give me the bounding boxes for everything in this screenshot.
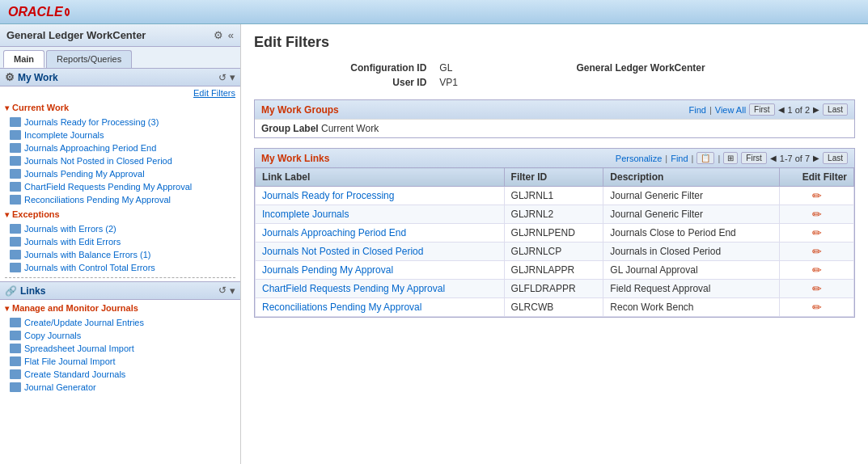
nav-journals-errors-label: Journals with Errors (2)	[24, 224, 116, 234]
nav-reconciliations-label: Reconciliations Pending My Approval	[24, 195, 171, 205]
config-id-desc: General Ledger WorkCenter	[569, 61, 855, 75]
nav-journals-errors[interactable]: Journals with Errors (2)	[6, 222, 240, 235]
settings-icon[interactable]: ⚙	[214, 29, 223, 41]
edit-pencil-icon[interactable]: ✏	[812, 226, 822, 239]
links-section-header: 🔗 Links ↺ ▾	[0, 281, 240, 300]
edit-pencil-icon[interactable]: ✏	[812, 245, 822, 258]
work-groups-view-all-link[interactable]: View All	[715, 105, 746, 115]
work-links-next-icon[interactable]: ▶	[813, 154, 819, 162]
my-work-label: My Work	[18, 72, 58, 83]
cell-link-label[interactable]: Incomplete Journals	[256, 205, 505, 224]
nav-item-icon	[10, 331, 21, 340]
nav-journals-not-posted[interactable]: Journals Not Posted in Closed Period	[6, 154, 240, 167]
left-panel: General Ledger WorkCenter ⚙ « Main Repor…	[0, 24, 241, 464]
nav-incomplete-journals[interactable]: Incomplete Journals	[6, 129, 240, 141]
cell-edit-icon[interactable]: ✏	[780, 224, 854, 243]
manage-monitor-header[interactable]: ▾ Manage and Monitor Journals	[0, 300, 240, 316]
edit-filters-link[interactable]: Edit Filters	[0, 86, 240, 99]
work-links-last-btn[interactable]: Last	[823, 152, 848, 164]
table-row: Incomplete JournalsGLJRNL2Journal Generi…	[256, 205, 854, 224]
my-work-options-icon[interactable]: ▾	[230, 71, 235, 83]
work-links-find-link[interactable]: Find	[671, 154, 688, 163]
page-heading: Edit Filters	[254, 34, 855, 51]
edit-pencil-icon[interactable]: ✏	[812, 264, 822, 276]
col-filter-id: Filter ID	[504, 168, 603, 187]
links-refresh-icon[interactable]: ↺	[218, 285, 227, 297]
links-options-icon[interactable]: ▾	[230, 285, 235, 297]
work-links-tbody: Journals Ready for ProcessingGLJRNL1Jour…	[256, 187, 854, 317]
nav-journals-balance-errors-label: Journals with Balance Errors (1)	[24, 250, 151, 259]
cell-link-label[interactable]: Journals Pending My Approval	[256, 261, 505, 280]
nav-create-standard-journals[interactable]: Create Standard Journals	[6, 368, 240, 381]
tab-main[interactable]: Main	[3, 50, 44, 68]
edit-pencil-icon[interactable]: ✏	[812, 301, 822, 314]
nav-journals-control-errors[interactable]: Journals with Control Total Errors	[6, 261, 240, 274]
work-groups-first-btn[interactable]: First	[749, 103, 774, 116]
manage-monitor-items: Create/Update Journal Entries Copy Journ…	[0, 316, 240, 394]
nav-item-icon	[10, 130, 21, 140]
col-edit-filter: Edit Filter	[780, 168, 854, 187]
prev-page-icon[interactable]: ◀	[778, 105, 785, 114]
edit-pencil-icon[interactable]: ✏	[812, 282, 822, 295]
config-row-user: User ID VP1	[254, 75, 855, 90]
cell-edit-icon[interactable]: ✏	[780, 243, 854, 261]
current-work-arrow: ▾	[5, 103, 9, 112]
cell-edit-icon[interactable]: ✏	[780, 298, 854, 317]
work-groups-last-btn[interactable]: Last	[823, 103, 848, 116]
cell-link-label[interactable]: Reconciliations Pending My Approval	[256, 298, 505, 317]
table-row: Reconciliations Pending My ApprovalGLRCW…	[256, 298, 854, 317]
nav-spreadsheet-journal-import[interactable]: Spreadsheet Journal Import	[6, 342, 240, 355]
nav-item-icon	[10, 356, 21, 366]
nav-journals-edit-errors[interactable]: Journals with Edit Errors	[6, 235, 240, 248]
cell-edit-icon[interactable]: ✏	[780, 205, 854, 224]
nav-item-icon	[10, 263, 21, 272]
nav-journals-approaching[interactable]: Journals Approaching Period End	[6, 141, 240, 154]
cell-edit-icon[interactable]: ✏	[780, 261, 854, 280]
work-groups-find-link[interactable]: Find	[689, 105, 706, 115]
cell-filter-id: GLJRNL2	[504, 205, 603, 224]
work-links-first-btn[interactable]: First	[741, 152, 766, 164]
cell-link-label[interactable]: Journals Not Posted in Closed Period	[256, 243, 505, 261]
nav-journals-pending[interactable]: Journals Pending My Approval	[6, 167, 240, 180]
cell-description: Journal Generic Filter	[603, 205, 780, 224]
exceptions-label: Exceptions	[12, 209, 60, 219]
nav-journals-ready[interactable]: Journals Ready for Processing (3)	[6, 116, 240, 129]
nav-journal-generator[interactable]: Journal Generator	[6, 381, 240, 394]
table-row: Journals Ready for ProcessingGLJRNL1Jour…	[256, 187, 854, 205]
next-page-icon[interactable]: ▶	[813, 105, 819, 114]
work-links-personalize-link[interactable]: Personalize	[616, 154, 662, 163]
nav-flat-file-journal-import[interactable]: Flat File Journal Import	[6, 355, 240, 368]
table-row: Journals Approaching Period EndGLJRNLPEN…	[256, 224, 854, 243]
cell-edit-icon[interactable]: ✏	[780, 280, 854, 298]
export-icon-btn[interactable]: 📋	[697, 152, 714, 164]
exceptions-header[interactable]: ▾ Exceptions	[0, 206, 240, 222]
cell-link-label[interactable]: Journals Ready for Processing	[256, 187, 505, 205]
nav-create-standard-label: Create Standard Journals	[24, 369, 125, 379]
cell-link-label[interactable]: ChartField Requests Pending My Approval	[256, 280, 505, 298]
grid-icon-btn[interactable]: ⊞	[723, 152, 738, 164]
nav-create-update-label: Create/Update Journal Entries	[24, 318, 144, 327]
nav-create-update-journal[interactable]: Create/Update Journal Entries	[6, 316, 240, 329]
nav-item-icon	[10, 224, 21, 234]
current-work-header[interactable]: ▾ Current Work	[0, 99, 240, 116]
current-work-section: ▾ Current Work Journals Ready for Proces…	[0, 99, 240, 206]
cell-link-label[interactable]: Journals Approaching Period End	[256, 224, 505, 243]
nav-reconciliations[interactable]: Reconciliations Pending My Approval	[6, 193, 240, 206]
table-row: Journals Not Posted in Closed PeriodGLJR…	[256, 243, 854, 261]
nav-chartfield-requests[interactable]: ChartField Requests Pending My Approval	[6, 180, 240, 193]
collapse-icon[interactable]: «	[228, 29, 234, 41]
cell-description: Journal Generic Filter	[603, 187, 780, 205]
refresh-icon[interactable]: ↺	[218, 72, 227, 83]
nav-journal-generator-label: Journal Generator	[24, 382, 96, 392]
nav-copy-journals[interactable]: Copy Journals	[6, 329, 240, 342]
cell-filter-id: GLJRNLCP	[504, 243, 603, 261]
nav-journals-balance-errors[interactable]: Journals with Balance Errors (1)	[6, 248, 240, 261]
cell-edit-icon[interactable]: ✏	[780, 187, 854, 205]
config-id-label: Configuration ID	[254, 61, 433, 75]
edit-pencil-icon[interactable]: ✏	[812, 189, 822, 202]
nav-spreadsheet-import-label: Spreadsheet Journal Import	[24, 344, 134, 353]
tab-reports-queries[interactable]: Reports/Queries	[46, 50, 132, 68]
work-links-prev-icon[interactable]: ◀	[770, 154, 777, 162]
work-links-nav: Personalize | Find | 📋 | ⊞ First ◀ 1-7 o…	[616, 152, 848, 164]
edit-pencil-icon[interactable]: ✏	[812, 208, 822, 221]
